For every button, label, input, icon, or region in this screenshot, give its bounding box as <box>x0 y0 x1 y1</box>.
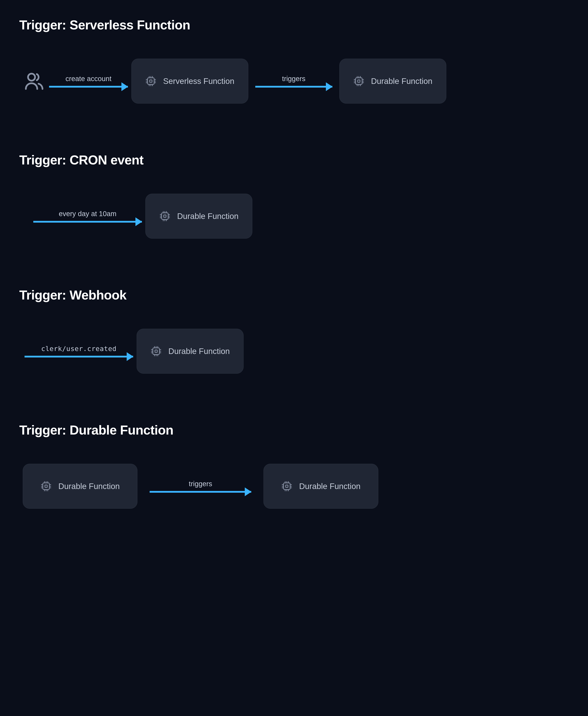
box-serverless-function: Serverless Function <box>131 59 248 104</box>
arrow-label-webhook: clerk/user.created <box>41 345 117 352</box>
box-label-serverless: Serverless Function <box>163 77 234 86</box>
box-durable-function-1: Durable Function <box>339 59 446 104</box>
box-label-durable-cron: Durable Function <box>177 211 238 221</box>
box-label-durable-target: Durable Function <box>299 481 360 491</box>
box-durable-function-cron: Durable Function <box>145 194 252 239</box>
section-serverless: Trigger: Serverless Function create acco… <box>19 18 569 104</box>
chip-icon <box>145 75 156 87</box>
arrow-cron: every day at 10am <box>33 210 142 223</box>
chip-icon <box>150 346 162 357</box>
arrow-icon <box>255 86 332 88</box>
arrow-webhook: clerk/user.created <box>24 345 133 357</box>
section-durable: Trigger: Durable Function Durable Functi… <box>19 422 569 508</box>
section-webhook: Trigger: Webhook clerk/user.created Dura… <box>19 288 569 374</box>
section-title-durable: Trigger: Durable Function <box>19 422 569 437</box>
arrow-label-triggers-1: triggers <box>282 75 306 83</box>
box-label-durable-source: Durable Function <box>58 481 120 491</box>
arrow-icon <box>150 491 251 493</box>
flow-durable: Durable Function triggers Durable Functi… <box>19 464 569 508</box>
flow-serverless: create account Serverless Function trigg… <box>19 59 569 104</box>
arrow-triggers-1: triggers <box>255 75 332 88</box>
arrow-triggers-2: triggers <box>150 480 251 493</box>
box-label-durable-webhook: Durable Function <box>168 346 230 356</box>
section-cron: Trigger: CRON event every day at 10am Du… <box>19 153 569 239</box>
box-durable-function-target: Durable Function <box>264 464 378 508</box>
section-title-webhook: Trigger: Webhook <box>19 288 569 302</box>
section-title-cron: Trigger: CRON event <box>19 153 569 168</box>
chip-icon <box>159 211 170 222</box>
users-icon <box>23 70 45 92</box>
arrow-label-create-account: create account <box>65 75 111 83</box>
box-durable-function-source: Durable Function <box>23 464 138 508</box>
arrow-label-cron: every day at 10am <box>59 210 116 218</box>
chip-icon <box>281 481 292 492</box>
box-durable-function-webhook: Durable Function <box>136 329 244 374</box>
arrow-label-triggers-2: triggers <box>189 480 212 488</box>
chip-icon <box>40 481 52 492</box>
arrow-create-account: create account <box>49 75 128 88</box>
arrow-icon <box>49 86 128 88</box>
arrow-icon <box>24 356 133 357</box>
flow-cron: every day at 10am Durable Function <box>19 194 569 239</box>
box-label-durable-1: Durable Function <box>371 77 433 86</box>
section-title-serverless: Trigger: Serverless Function <box>19 18 569 32</box>
chip-icon <box>353 75 364 87</box>
arrow-icon <box>33 221 142 223</box>
flow-webhook: clerk/user.created Durable Function <box>19 329 569 374</box>
